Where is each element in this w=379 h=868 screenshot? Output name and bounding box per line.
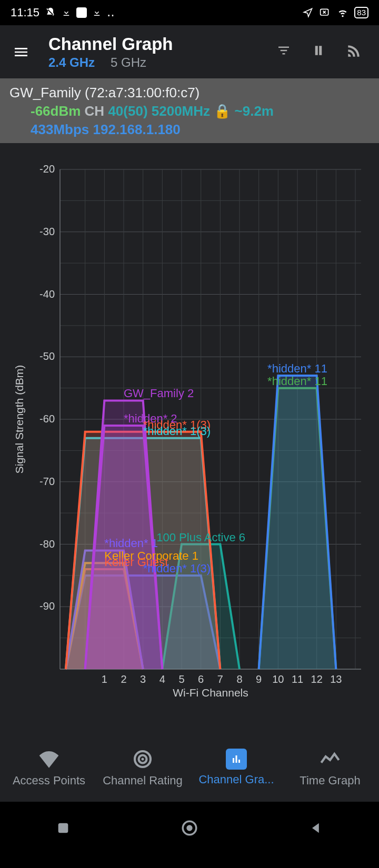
band-tabs: 2.4 GHz 5 GHz [48, 55, 146, 70]
tab-label: Channel Gra... [198, 773, 274, 786]
tab-channel-rating[interactable]: Channel Rating [96, 748, 190, 788]
android-nav-bar [0, 802, 379, 854]
connection-channel: 40(50) [108, 103, 147, 119]
svg-text:1: 1 [102, 673, 107, 685]
no-sim-icon [318, 7, 331, 18]
line-chart-icon [318, 748, 342, 771]
bar-chart-icon [226, 749, 247, 770]
tab-2-4ghz[interactable]: 2.4 GHz [48, 55, 95, 70]
svg-text:6: 6 [198, 673, 204, 685]
tab-label: Time Graph [300, 774, 360, 788]
connection-bssid: (72:a7:31:00:f0:c7) [85, 85, 200, 100]
nav-recents[interactable] [32, 821, 95, 835]
svg-text:100 Plus Active 6: 100 Plus Active 6 [156, 531, 245, 544]
filter-icon [276, 43, 292, 58]
svg-point-75 [186, 825, 192, 831]
tab-access-points[interactable]: Access Points [2, 748, 96, 788]
svg-text:Wi-Fi Channels: Wi-Fi Channels [173, 687, 248, 699]
svg-text:*hidden* 11: *hidden* 11 [267, 375, 327, 388]
svg-rect-73 [58, 823, 68, 833]
header-actions [276, 43, 375, 62]
lock-icon: 🔒 [214, 103, 231, 119]
header-title-block: Channel Graph 2.4 GHz 5 GHz [38, 34, 276, 70]
svg-text:-50: -50 [39, 351, 55, 362]
channel-graph-chart[interactable]: -20-30-40-50-60-70-80-901234567891011121… [0, 143, 379, 733]
svg-text:*hidden* 1(3): *hidden* 1(3) [143, 562, 211, 575]
download-icon [62, 7, 71, 18]
nav-home[interactable] [158, 819, 221, 837]
svg-text:-90: -90 [39, 601, 55, 612]
svg-text:-60: -60 [39, 413, 55, 425]
status-right: 83 [303, 7, 368, 18]
menu-button[interactable] [4, 44, 38, 60]
download-icon-2 [92, 7, 102, 18]
connection-mbps: 433Mbps [31, 122, 89, 137]
tab-time-graph[interactable]: Time Graph [283, 748, 377, 788]
connection-net-line: 433Mbps 192.168.1.180 [9, 120, 370, 139]
location-icon [303, 7, 313, 18]
tab-label: Access Points [13, 774, 85, 788]
svg-text:Signal Strength (dBm): Signal Strength (dBm) [13, 365, 25, 474]
hamburger-icon [13, 44, 29, 60]
nav-back[interactable] [284, 821, 347, 835]
svg-text:-20: -20 [39, 163, 55, 175]
svg-text:4: 4 [159, 673, 165, 685]
battery-indicator: 83 [354, 7, 368, 18]
connection-distance: ~9.2m [235, 103, 274, 119]
svg-text:*hidden* 1(3): *hidden* 1(3) [143, 425, 211, 438]
signal-icon [345, 43, 362, 59]
connection-ch-label: CH [85, 103, 105, 119]
svg-text:13: 13 [330, 673, 342, 685]
wifi-fan-icon [37, 748, 61, 771]
square-icon [56, 821, 71, 835]
bottom-tab-bar: Access Points Channel Rating Channel Gra… [0, 733, 379, 802]
svg-text:-30: -30 [39, 226, 55, 237]
svg-text:5: 5 [178, 673, 184, 685]
square-icon [76, 7, 87, 18]
target-icon [131, 748, 154, 771]
svg-text:12: 12 [311, 673, 323, 685]
connection-ssid: GW_Family [9, 85, 81, 100]
connection-banner[interactable]: GW_Family (72:a7:31:00:f0:c7) -66dBm CH … [0, 78, 379, 143]
svg-text:9: 9 [256, 673, 262, 685]
connection-dbm: -66dBm [31, 103, 81, 119]
tab-5ghz[interactable]: 5 GHz [111, 55, 146, 70]
status-bar: 11:15 ‥ 83 [0, 0, 379, 25]
status-dots: ‥ [107, 6, 116, 19]
status-time: 11:15 [11, 6, 39, 19]
connection-ssid-line: GW_Family (72:a7:31:00:f0:c7) [9, 84, 370, 102]
svg-text:*hidden* 1: *hidden* 1 [104, 537, 158, 550]
status-left: 11:15 ‥ [11, 6, 116, 19]
svg-text:10: 10 [272, 673, 284, 685]
pause-button[interactable] [311, 43, 326, 62]
scanner-button[interactable] [345, 43, 362, 62]
filter-button[interactable] [276, 43, 292, 62]
wifi-icon [336, 7, 349, 18]
pause-icon [311, 43, 326, 58]
triangle-back-icon [308, 821, 323, 835]
svg-text:-40: -40 [39, 288, 55, 300]
page-title: Channel Graph [48, 34, 173, 54]
chart-svg: -20-30-40-50-60-70-80-901234567891011121… [8, 159, 371, 716]
tab-label: Channel Rating [103, 774, 183, 788]
connection-stats-line: -66dBm CH 40(50) 5200MHz 🔒 ~9.2m [9, 102, 370, 120]
svg-text:3: 3 [140, 673, 146, 685]
svg-text:-80: -80 [39, 538, 55, 550]
connection-freq: 5200MHz [152, 103, 210, 119]
svg-text:8: 8 [236, 673, 242, 685]
svg-text:GW_Family 2: GW_Family 2 [124, 387, 194, 400]
connection-ip: 192.168.1.180 [93, 122, 181, 137]
svg-text:-70: -70 [39, 476, 55, 487]
app-header: Channel Graph 2.4 GHz 5 GHz [0, 25, 379, 78]
svg-text:11: 11 [292, 673, 303, 685]
svg-text:2: 2 [121, 673, 126, 685]
circle-icon [181, 819, 198, 837]
svg-text:*hidden* 11: *hidden* 11 [267, 362, 327, 375]
svg-point-72 [142, 758, 144, 761]
svg-text:7: 7 [217, 673, 223, 685]
tab-channel-graph[interactable]: Channel Gra... [190, 749, 283, 786]
mute-icon [45, 7, 56, 18]
